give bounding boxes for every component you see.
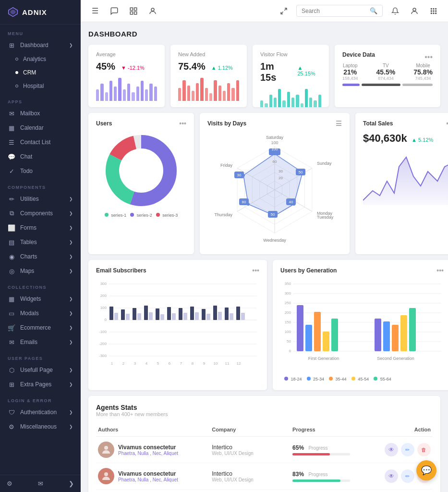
svg-rect-97 [236, 307, 240, 320]
modals-icon: ▭ [8, 309, 15, 317]
svg-rect-2 [130, 8, 133, 10]
sidebar-item-components[interactable]: ⧉ Components ❯ [0, 206, 81, 221]
sidebar-bottom-bar: ⚙ ✉ ❯ [0, 475, 81, 492]
svg-text:First Generation: First Generation [308, 356, 339, 361]
gen-menu-icon[interactable]: ••• [436, 267, 444, 274]
legend-series1: series-1 [105, 213, 127, 218]
svg-text:200: 200 [100, 294, 107, 298]
sidebar-item-utilities[interactable]: ✏ Utilities ❯ [0, 192, 81, 206]
view-button[interactable]: 👁 [385, 443, 398, 456]
bell-icon[interactable] [388, 4, 402, 18]
svg-rect-78 [126, 314, 130, 320]
email-menu-icon[interactable]: ••• [252, 267, 259, 274]
sidebar-item-todo[interactable]: ✓ Todo [0, 164, 81, 178]
company-cell-1: Intertico Web, UI/UX Design [210, 463, 291, 490]
tv-value: 45.5% [376, 68, 396, 76]
menu-toggle-button[interactable]: ☰ [88, 4, 102, 18]
mobile-label: Mobile [413, 63, 433, 68]
author-cell-0: Vivamus consectetur Phaetra, Nulla , Nec… [96, 437, 210, 463]
sidebar-item-authentication[interactable]: 🛡 Authentication ❯ [0, 405, 81, 419]
sidebar-item-modals[interactable]: ▭ Modals ❯ [0, 306, 81, 320]
svg-text:150: 150 [285, 320, 291, 324]
todo-icon: ✓ [8, 167, 15, 175]
visitor-flow-value: 1m 15s [260, 61, 292, 83]
expand-icon[interactable] [277, 4, 291, 18]
sidebar-maps-label: Maps [20, 268, 69, 274]
svg-text:250: 250 [285, 301, 291, 305]
user-pages-section-label: USER PAGES [0, 349, 81, 363]
view-button[interactable]: 👁 [385, 469, 398, 483]
sales-menu-icon[interactable]: ••• [446, 120, 448, 127]
sidebar-tables-label: Tables [20, 239, 69, 246]
sidebar-item-analytics[interactable]: Analytics [0, 52, 81, 66]
sidebar-utilities-label: Utilities [20, 196, 69, 202]
sidebar: ADNIX MENU ⊞ Dashboard ❯ Analytics CRM H… [0, 0, 81, 492]
sidebar-item-useful-page[interactable]: ⬡ Usefull Page ❯ [0, 363, 81, 377]
user-avatar-icon[interactable] [408, 4, 421, 18]
sales-change: ▲ 5.12% [412, 137, 433, 143]
device-data-card: Device Data ••• Laptop 21% 158,434 TV 45… [335, 45, 440, 107]
sidebar-item-dashboard[interactable]: ⊞ Dashboard ❯ [0, 38, 81, 52]
sidebar-hospital-label: Hospital [23, 83, 73, 89]
users-menu-icon[interactable]: ••• [179, 120, 186, 127]
email-bottom-icon[interactable]: ✉ [38, 480, 43, 487]
fab-icon: 💬 [421, 465, 432, 476]
sidebar-item-crm[interactable]: CRM [0, 66, 81, 79]
sidebar-item-widgets[interactable]: ▦ Widgets ❯ [0, 292, 81, 306]
edit-button[interactable]: ✏ [401, 443, 414, 456]
search-input[interactable] [302, 8, 367, 14]
device-data-title: Device Data [342, 51, 375, 58]
settings-icon[interactable]: ⚙ [7, 480, 12, 487]
sidebar-item-ecommerce[interactable]: 🛒 Ecommerce ❯ [0, 320, 81, 335]
svg-text:100: 100 [100, 306, 107, 310]
chat-topbar-icon[interactable] [108, 4, 121, 18]
grid-dots-icon[interactable] [427, 4, 440, 18]
visits-menu-icon[interactable]: ☰ [336, 120, 342, 127]
laptop-label: Laptop [342, 63, 358, 68]
svg-rect-94 [218, 312, 222, 320]
svg-text:8: 8 [192, 361, 194, 366]
svg-rect-77 [121, 309, 125, 320]
sidebar-emails-label: Emails [20, 339, 69, 345]
calendar-icon: ▦ [8, 124, 15, 132]
svg-rect-5 [134, 12, 137, 14]
sidebar-crm-label: CRM [23, 69, 73, 76]
tasks-topbar-icon[interactable] [127, 4, 140, 18]
sidebar-ecommerce-label: Ecommerce [20, 324, 69, 331]
table-row: Vivamus consectetur Phaetra, Nulla , Nec… [96, 490, 433, 492]
sidebar-item-emails[interactable]: ✉ Emails ❯ [0, 335, 81, 349]
svg-point-12 [436, 8, 436, 9]
sidebar-item-hospital[interactable]: Hospital [0, 79, 81, 93]
fab-button[interactable]: 💬 [416, 460, 436, 480]
visitor-flow-title: Visitor Flow [260, 51, 288, 57]
svg-rect-83 [156, 308, 159, 320]
sidebar-item-charts[interactable]: ◉ Charts ❯ [0, 249, 81, 264]
email-subscribers-card: Email Subscribers ••• 300 200 100 0 -100… [88, 260, 267, 390]
sidebar-item-miscellaneous[interactable]: ⚙ Miscellaneous ❯ [0, 419, 81, 434]
arrow-bottom-icon[interactable]: ❯ [69, 480, 74, 487]
dashboard-icon: ⊞ [8, 41, 15, 49]
device-menu-icon[interactable]: ••• [424, 53, 433, 62]
sidebar-item-maps[interactable]: ◎ Maps ❯ [0, 264, 81, 278]
delete-button[interactable]: 🗑 [417, 443, 431, 456]
sidebar-item-extra-pages[interactable]: ⊞ Extra Pages ❯ [0, 377, 81, 392]
topbar: ☰ 🔍 [81, 0, 448, 22]
collections-section-label: COLLECTIONS [0, 278, 81, 292]
table-row: Vivamus consectetur Phaetra, Nulla , Nec… [96, 437, 433, 463]
svg-text:Tuesday: Tuesday [317, 215, 334, 220]
sidebar-item-tables[interactable]: ▤ Tables ❯ [0, 235, 81, 249]
sidebar-item-calendar[interactable]: ▦ Calendar [0, 121, 81, 135]
svg-rect-136 [409, 308, 416, 351]
user-topbar-icon[interactable] [146, 4, 159, 18]
svg-rect-76 [114, 313, 118, 320]
sidebar-item-mailbox[interactable]: ✉ Mailbox [0, 106, 81, 121]
action-cell-2: 👁 ✏ 🗑 [383, 490, 433, 492]
middle-row: Users ••• [88, 113, 440, 254]
sidebar-item-chat[interactable]: 💬 Chat [0, 149, 81, 164]
edit-button[interactable]: ✏ [401, 469, 414, 483]
svg-text:0: 0 [289, 349, 291, 353]
components-icon: ⧉ [8, 209, 15, 217]
sidebar-item-forms[interactable]: ⬜ Forms ❯ [0, 221, 81, 235]
svg-text:3: 3 [134, 361, 136, 366]
sidebar-item-contact-list[interactable]: ☰ Contact List [0, 135, 81, 149]
